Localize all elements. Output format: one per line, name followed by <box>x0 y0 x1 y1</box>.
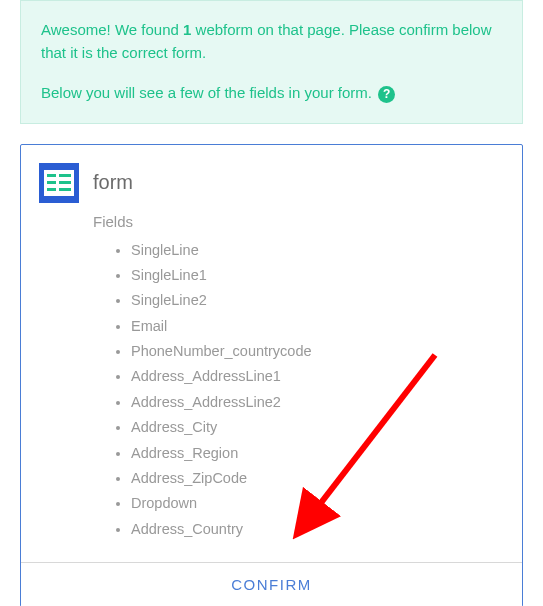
list-item: Address_Region <box>131 441 504 466</box>
fields-label: Fields <box>93 213 504 230</box>
list-item: SingleLine <box>131 238 504 263</box>
svg-rect-4 <box>59 181 71 184</box>
list-item: Address_City <box>131 415 504 440</box>
fields-section: Fields SingleLine SingleLine1 SingleLine… <box>39 213 504 543</box>
svg-rect-6 <box>59 188 71 191</box>
help-icon[interactable]: ? <box>378 86 395 103</box>
svg-rect-5 <box>47 188 56 191</box>
list-item: Address_AddressLine2 <box>131 390 504 415</box>
svg-rect-2 <box>59 174 71 177</box>
list-item: SingleLine2 <box>131 288 504 313</box>
fields-list: SingleLine SingleLine1 SingleLine2 Email… <box>93 238 504 543</box>
form-card-body: form Fields SingleLine SingleLine1 Singl… <box>21 145 522 563</box>
form-title: form <box>93 171 133 194</box>
alert-success: Awesome! We found 1 webform on that page… <box>20 0 523 124</box>
form-icon <box>39 163 79 203</box>
list-item: Address_ZipCode <box>131 466 504 491</box>
confirm-button[interactable]: CONFIRM <box>21 562 522 606</box>
alert-line1-prefix: Awesome! We found <box>41 21 183 38</box>
form-card: form Fields SingleLine SingleLine1 Singl… <box>20 144 523 607</box>
list-item: Address_AddressLine1 <box>131 364 504 389</box>
list-item: Email <box>131 314 504 339</box>
list-item: Address_Country <box>131 517 504 542</box>
alert-line2: Below you will see a few of the fields i… <box>41 84 376 101</box>
alert-line2-wrap: Below you will see a few of the fields i… <box>41 82 502 105</box>
list-item: PhoneNumber_countrycode <box>131 339 504 364</box>
alert-line1: Awesome! We found 1 webform on that page… <box>41 19 502 64</box>
svg-rect-1 <box>47 174 56 177</box>
form-header: form <box>39 163 504 203</box>
list-item: Dropdown <box>131 491 504 516</box>
list-item: SingleLine1 <box>131 263 504 288</box>
svg-rect-3 <box>47 181 56 184</box>
